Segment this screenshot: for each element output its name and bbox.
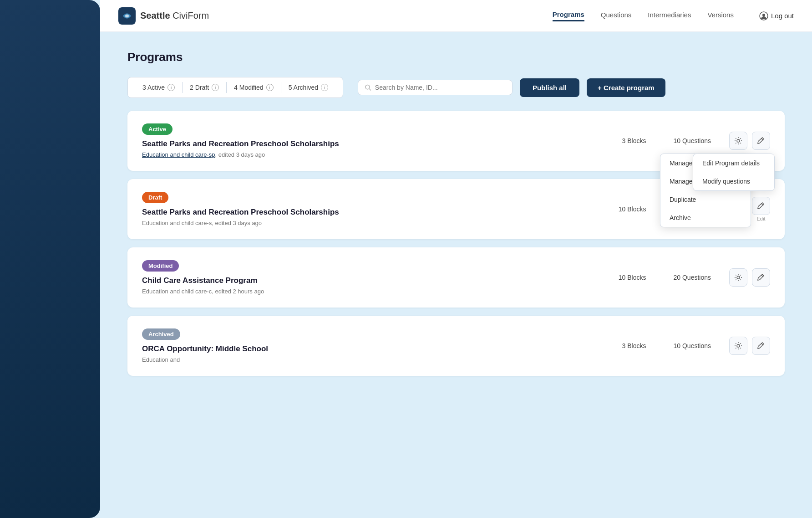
badge-modified-3: Modified (142, 260, 179, 272)
edit-button-1[interactable] (752, 132, 770, 150)
card-left-4: Archived ORCA Opportunity: Middle School… (142, 328, 622, 363)
svg-point-2 (762, 14, 765, 16)
toolbar-row: 3 Active i 2 Draft i 4 Modified i 5 Arch… (127, 77, 785, 98)
card-meta-4: Education and (142, 356, 622, 363)
menu-modify-questions[interactable]: Modify questions (693, 172, 774, 190)
svg-point-5 (737, 139, 740, 142)
edit-button-3[interactable] (752, 268, 770, 287)
badge-active-1: Active (142, 123, 173, 135)
card-left-2: Draft Seattle Parks and Recreation Presc… (142, 192, 619, 226)
gear-icon-3 (734, 273, 742, 282)
edit-button-2[interactable] (752, 197, 770, 215)
blocks-3: 10 Blocks (619, 274, 646, 281)
search-input[interactable] (375, 84, 506, 91)
settings-button-3[interactable] (729, 268, 747, 287)
card-title-2: Seattle Parks and Recreation Preschool S… (142, 208, 619, 217)
edit-action-group-2: Edit (752, 197, 770, 221)
blocks-2: 10 Blocks (619, 205, 646, 213)
page-title: Programs (127, 50, 785, 64)
edit-label-2: Edit (757, 216, 766, 221)
card-title-1: Seattle Parks and Recreation Preschool S… (142, 139, 622, 149)
filter-modified[interactable]: 4 Modified i (227, 82, 281, 93)
blocks-1: 3 Blocks (622, 137, 646, 144)
card-stats-3: 10 Blocks 20 Questions (619, 274, 711, 281)
edit-icon-4 (757, 342, 765, 350)
edit-button-4[interactable] (752, 337, 770, 355)
settings-button-4[interactable] (729, 337, 747, 355)
settings-action-group-1: Manage Program Admins Manage Translation… (729, 132, 747, 150)
filter-modified-info-icon: i (266, 84, 274, 91)
badge-draft-2: Draft (142, 192, 168, 203)
account-icon (759, 11, 768, 21)
card-actions-4 (729, 337, 770, 355)
category-link-1[interactable]: Education and child care-sp (142, 151, 215, 158)
svg-point-8 (737, 344, 740, 347)
card-actions-3 (729, 268, 770, 287)
menu-archive[interactable]: Archive (660, 209, 751, 227)
svg-point-7 (737, 276, 740, 279)
content-area: Programs 3 Active i 2 Draft i 4 Modified (100, 32, 812, 518)
card-actions-1: Manage Program Admins Manage Translation… (729, 132, 770, 150)
search-box (358, 80, 513, 95)
card-stats-4: 3 Blocks 10 Questions (622, 342, 711, 349)
main-area: Seattle CiviForm Programs Questions Inte… (100, 0, 812, 518)
program-card-3: Modified Child Care Assistance Program E… (127, 247, 785, 308)
logo-text: Seattle CiviForm (140, 10, 209, 21)
filter-archived-info-icon: i (321, 84, 328, 91)
card-stats-1: 3 Blocks 10 Questions (622, 137, 711, 144)
questions-4: 10 Questions (674, 342, 711, 349)
edit-icon-2 (757, 202, 765, 210)
nav-intermediaries[interactable]: Intermediaries (648, 11, 691, 21)
logout-button[interactable]: Log out (759, 11, 794, 21)
sidebar (0, 0, 100, 518)
card-meta-3: Education and child care-c, edited 2 hou… (142, 288, 619, 295)
card-left-3: Modified Child Care Assistance Program E… (142, 260, 619, 295)
menu-duplicate[interactable]: Duplicate (660, 190, 751, 209)
program-card-4: Archived ORCA Opportunity: Middle School… (127, 316, 785, 376)
card-meta-1: Education and child care-sp, edited 3 da… (142, 151, 622, 158)
filter-archived[interactable]: 5 Archived i (281, 82, 335, 93)
questions-1: 10 Questions (674, 137, 711, 144)
edit-action-group-1: Edit Program details Modify questions (752, 132, 770, 150)
questions-3: 20 Questions (674, 274, 711, 281)
create-program-button[interactable]: + Create program (587, 78, 665, 97)
edit-icon-1 (757, 137, 765, 145)
edit-dropdown-1: Edit Program details Modify questions (693, 154, 775, 191)
gear-icon-1 (734, 137, 742, 145)
card-left-1: Active Seattle Parks and Recreation Pres… (142, 123, 622, 158)
logo-area: Seattle CiviForm (118, 7, 209, 25)
nav-versions[interactable]: Versions (707, 11, 734, 21)
card-meta-2: Education and child care-s, edited 3 day… (142, 220, 619, 226)
gear-icon-4 (734, 342, 742, 350)
nav-programs[interactable]: Programs (553, 10, 584, 21)
card-title-3: Child Care Assistance Program (142, 276, 619, 285)
logo-icon (118, 7, 136, 25)
filter-draft-info-icon: i (212, 84, 219, 91)
program-card-1: Active Seattle Parks and Recreation Pres… (127, 111, 785, 171)
edit-icon-3 (757, 273, 765, 282)
blocks-4: 3 Blocks (622, 342, 646, 349)
card-title-4: ORCA Opportunity: Middle School (142, 344, 622, 354)
topnav: Seattle CiviForm Programs Questions Inte… (100, 0, 812, 32)
svg-line-4 (369, 89, 371, 91)
filter-active[interactable]: 3 Active i (135, 82, 183, 93)
nav-questions[interactable]: Questions (601, 11, 632, 21)
filter-active-info-icon: i (167, 84, 175, 91)
nav-links: Programs Questions Intermediaries Versio… (553, 10, 794, 21)
svg-point-3 (365, 85, 370, 89)
filter-bar: 3 Active i 2 Draft i 4 Modified i 5 Arch… (127, 77, 343, 98)
settings-button-1[interactable] (729, 132, 747, 150)
cards-area: Active Seattle Parks and Recreation Pres… (127, 111, 785, 376)
badge-archived-4: Archived (142, 328, 180, 340)
filter-draft[interactable]: 2 Draft i (183, 82, 227, 93)
search-icon (365, 84, 371, 91)
menu-edit-program-details[interactable]: Edit Program details (693, 154, 774, 172)
publish-all-button[interactable]: Publish all (520, 78, 579, 97)
